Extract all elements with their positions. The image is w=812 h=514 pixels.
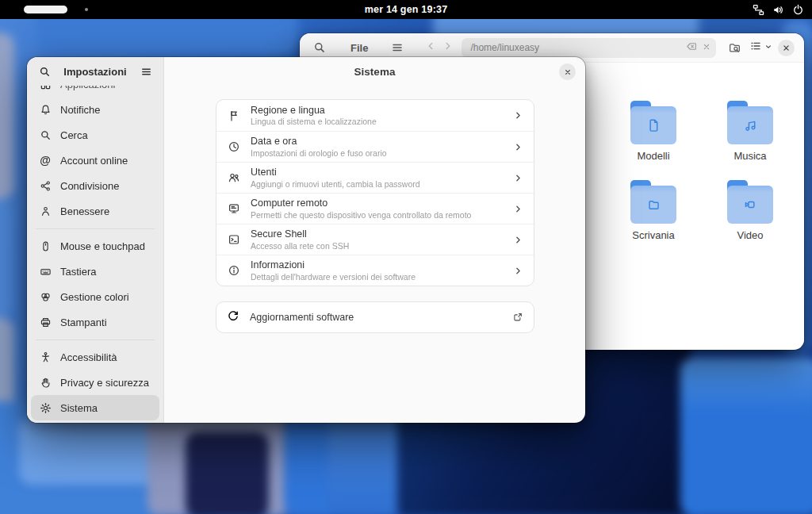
sidebar-item-label: Account online xyxy=(60,155,128,167)
accessibility-icon xyxy=(39,351,52,363)
mouse-icon xyxy=(39,240,52,252)
path-bar-actions xyxy=(685,40,711,56)
terminal-icon xyxy=(227,233,240,247)
flag-icon xyxy=(227,109,240,122)
sidebar-item-label: Tastiera xyxy=(60,266,97,278)
folder-musica[interactable]: Musica xyxy=(709,101,791,162)
folder-video[interactable]: Video xyxy=(709,180,791,241)
system-tray[interactable] xyxy=(753,4,812,16)
sidebar-list: Applicazioni Notifiche Cerca @ Account o… xyxy=(27,86,163,423)
volume-icon xyxy=(772,4,784,16)
sidebar-item-accessibilita[interactable]: Accessibilità xyxy=(31,344,159,370)
row-regione-e-lingua[interactable]: Regione e lingua Lingua di sistema e loc… xyxy=(216,100,534,131)
panel-header: Sistema xyxy=(164,57,585,86)
close-path-icon[interactable] xyxy=(702,40,711,55)
row-title: Informazioni xyxy=(251,259,503,270)
sidebar-item-cerca[interactable]: Cerca xyxy=(31,122,159,148)
chevron-right-icon xyxy=(513,173,523,183)
sidebar-item-label: Cerca xyxy=(60,129,88,141)
search-icon[interactable] xyxy=(35,62,54,81)
sidebar-item-stampanti[interactable]: Stampanti xyxy=(31,309,159,335)
settings-title: Impostazioni xyxy=(54,66,136,78)
person-icon xyxy=(39,205,52,217)
sidebar-item-label: Sistema xyxy=(60,402,98,414)
search-icon[interactable] xyxy=(309,37,330,58)
folder-scrivania[interactable]: Scrivania xyxy=(612,180,695,241)
sidebar-item-benessere[interactable]: Benessere xyxy=(31,198,159,224)
clock-icon xyxy=(227,140,240,154)
row-informazioni[interactable]: Informazioni Dettagli dell'hardware e ve… xyxy=(216,255,534,286)
settings-main-panel: Sistema Regione e lingua Lingua di siste… xyxy=(164,57,585,423)
row-utenti[interactable]: Utenti Aggiungi o rimuovi utenti, cambia… xyxy=(216,162,534,193)
row-title: Aggiornamenti software xyxy=(250,312,502,323)
row-subtitle: Accesso alla rete con SSH xyxy=(251,241,503,251)
sidebar-item-label: Applicazioni xyxy=(60,86,115,90)
sidebar-item-tastiera[interactable]: Tastiera xyxy=(31,259,159,284)
files-close-button[interactable] xyxy=(778,40,795,56)
path-bar[interactable]: /home/linuxeasy xyxy=(462,38,716,58)
network-icon xyxy=(753,4,764,16)
sidebar-item-sistema[interactable]: Sistema xyxy=(31,395,159,420)
at-icon: @ xyxy=(39,154,52,167)
remote-desktop-icon xyxy=(227,202,240,216)
sidebar-item-mouse-e-touchpad[interactable]: Mouse e touchpad xyxy=(31,233,159,259)
sidebar-item-label: Gestione colori xyxy=(60,291,129,303)
back-icon[interactable] xyxy=(425,40,436,55)
settings-window: Impostazioni Applicazioni Notifiche xyxy=(27,57,585,423)
info-icon xyxy=(227,264,240,278)
list-view-icon xyxy=(749,40,762,56)
chevron-right-icon xyxy=(513,142,523,152)
chevron-right-icon xyxy=(513,266,523,276)
sidebar-item-gestione-colori[interactable]: Gestione colori xyxy=(31,284,159,309)
row-title: Regione e lingua xyxy=(251,105,503,116)
folder-label: Video xyxy=(737,229,763,241)
sidebar-item-account-online[interactable]: @ Account online xyxy=(31,148,159,173)
sidebar-item-label: Notifiche xyxy=(60,104,101,116)
refresh-icon xyxy=(227,309,239,325)
row-subtitle: Impostazioni di orologio e fuso orario xyxy=(251,148,503,158)
folder-search-icon[interactable] xyxy=(724,37,745,58)
sidebar-separator xyxy=(36,339,155,340)
folder-modelli[interactable]: Modelli xyxy=(612,101,695,162)
grid-icon xyxy=(39,86,52,90)
hand-icon xyxy=(39,376,52,389)
row-title: Data e ora xyxy=(251,136,503,147)
share-icon xyxy=(39,179,52,192)
clear-path-icon[interactable] xyxy=(685,40,697,56)
row-aggiornamenti-software[interactable]: Aggiornamenti software xyxy=(216,302,534,332)
view-switcher[interactable] xyxy=(749,40,773,56)
sidebar-item-applicazioni[interactable]: Applicazioni xyxy=(31,86,159,97)
row-secure-shell[interactable]: Secure Shell Accesso alla rete con SSH xyxy=(216,224,534,255)
folder-label: Scrivania xyxy=(632,229,674,241)
folder-icon xyxy=(727,180,773,224)
row-subtitle: Lingua di sistema e localizzazione xyxy=(251,117,503,126)
folder-glyph-icon xyxy=(630,186,676,224)
search-icon xyxy=(39,128,52,141)
settings-close-button[interactable] xyxy=(559,63,576,80)
gear-icon xyxy=(39,401,52,414)
sidebar-item-notifiche[interactable]: Notifiche xyxy=(31,97,159,122)
printer-icon xyxy=(39,316,52,328)
row-subtitle: Permetti che questo dispositivo venga co… xyxy=(251,210,503,220)
sidebar-item-label: Privacy e sicurezza xyxy=(60,377,149,389)
row-subtitle: Aggiungi o rimuovi utenti, cambia la pas… xyxy=(251,179,503,189)
sidebar-item-label: Stampanti xyxy=(60,316,107,328)
chevron-right-icon xyxy=(513,110,523,121)
sidebar-item-label: Benessere xyxy=(60,205,109,217)
row-data-e-ora[interactable]: Data e ora Impostazioni di orologio e fu… xyxy=(216,131,534,162)
folder-icon xyxy=(630,101,676,145)
row-computer-remoto[interactable]: Computer remoto Permetti che questo disp… xyxy=(216,193,534,224)
sidebar-item-privacy-e-sicurezza[interactable]: Privacy e sicurezza xyxy=(31,370,159,395)
row-subtitle: Dettagli dell'hardware e versioni dei so… xyxy=(251,272,503,282)
sidebar-item-label: Mouse e touchpad xyxy=(60,240,145,252)
external-link-icon xyxy=(512,312,523,323)
clock[interactable]: mer 14 gen 19:37 xyxy=(0,4,812,15)
sidebar-item-condivisione[interactable]: Condivisione xyxy=(31,173,159,198)
top-bar: mer 14 gen 19:37 xyxy=(0,0,812,19)
document-icon xyxy=(630,106,676,144)
menu-icon[interactable] xyxy=(136,62,155,81)
sidebar-item-label: Accessibilità xyxy=(60,351,117,363)
menu-icon[interactable] xyxy=(387,37,408,58)
forward-icon[interactable] xyxy=(442,40,454,55)
files-app-title: File xyxy=(350,42,368,54)
